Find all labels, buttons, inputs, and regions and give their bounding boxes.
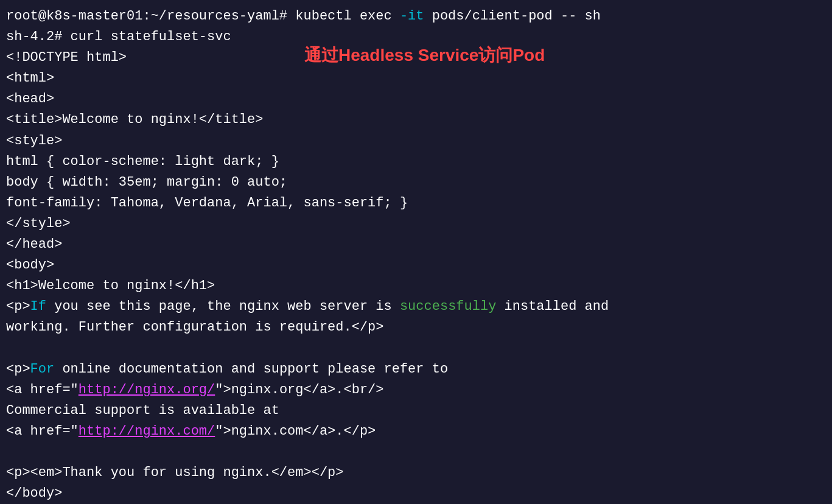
terminal-line-16: working. Further configuration is requir…: [6, 317, 820, 338]
p-tag-2: <p>: [6, 362, 30, 377]
nginx-com-link: http://nginx.com/: [79, 424, 215, 439]
terminal-line-22: [6, 442, 820, 463]
terminal-line-4: <html>: [6, 68, 820, 89]
cmd-prefix: root@k8s-master01:~/resources-yaml# kube…: [6, 9, 400, 24]
p-text-middle: you see this page, the nginx web server …: [46, 299, 400, 314]
terminal-window: root@k8s-master01:~/resources-yaml# kube…: [0, 0, 832, 504]
terminal-line-9: body { width: 35em; margin: 0 auto;: [6, 172, 820, 193]
a-href-open: <a href=": [6, 382, 79, 397]
terminal-line-12: </head>: [6, 234, 820, 255]
flag-it: -it: [400, 9, 424, 24]
p-tag-open: <p>: [6, 299, 30, 314]
terminal-line-23: <p><em>Thank you for using nginx.</em></…: [6, 463, 820, 483]
terminal-line-19: <a href="http://nginx.org/">nginx.org</a…: [6, 380, 820, 401]
terminal-line-14: <h1>Welcome to nginx!</h1>: [6, 276, 820, 296]
terminal-line-6: <title>Welcome to nginx!</title>: [6, 110, 820, 130]
terminal-line-11: </style>: [6, 214, 820, 234]
terminal-line-18: <p>For online documentation and support …: [6, 359, 820, 380]
for-keyword: For: [30, 362, 55, 377]
installed-and: installed and: [496, 299, 609, 314]
terminal-line-8: html { color-scheme: light dark; }: [6, 152, 820, 172]
successfully-text: successfully: [400, 299, 496, 314]
if-keyword: If: [30, 299, 46, 314]
a-href-close: ">nginx.org</a>.<br/>: [215, 382, 383, 397]
headless-service-annotation: 通过Headless Service访问Pod: [304, 44, 545, 67]
terminal-line-20: Commercial support is available at: [6, 401, 820, 421]
cmd-suffix: pods/client-pod -- sh: [424, 9, 601, 24]
terminal-line-24: </body>: [6, 483, 820, 504]
terminal-line-15: <p>If you see this page, the nginx web s…: [6, 296, 820, 317]
a-href-2-close: ">nginx.com</a>.</p>: [215, 424, 376, 439]
terminal-line-1: root@k8s-master01:~/resources-yaml# kube…: [6, 6, 820, 27]
terminal-line-5: <head>: [6, 89, 820, 110]
terminal-line-10: font-family: Tahoma, Verdana, Arial, san…: [6, 193, 820, 214]
for-text: online documentation and support please …: [54, 362, 448, 377]
a-href-2-open: <a href=": [6, 424, 79, 439]
terminal-line-13: <body>: [6, 255, 820, 276]
terminal-line-17: [6, 338, 820, 359]
terminal-line-21: <a href="http://nginx.com/">nginx.com</a…: [6, 421, 820, 442]
terminal-line-7: <style>: [6, 131, 820, 152]
nginx-org-link: http://nginx.org/: [79, 382, 215, 397]
